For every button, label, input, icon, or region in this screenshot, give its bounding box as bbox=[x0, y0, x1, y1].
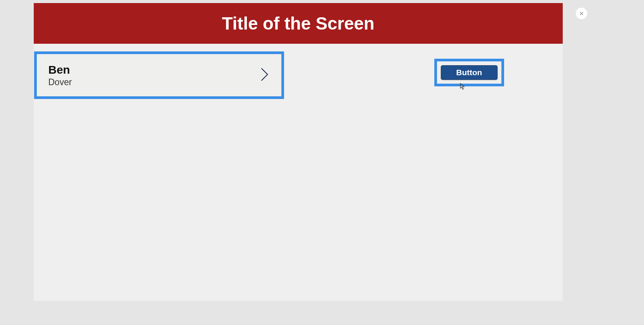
header-bar: Title of the Screen bbox=[34, 3, 563, 44]
item-secondary-text: Dover bbox=[48, 77, 72, 87]
item-primary-text: Ben bbox=[48, 63, 72, 76]
close-icon: × bbox=[579, 10, 584, 17]
button-highlight-frame: Button bbox=[434, 59, 504, 86]
item-card[interactable]: Ben Dover bbox=[34, 51, 284, 99]
content-row: Ben Dover Button bbox=[34, 44, 563, 99]
screen-title: Title of the Screen bbox=[222, 13, 375, 34]
item-text: Ben Dover bbox=[48, 63, 72, 87]
screen-panel: Title of the Screen Ben Dover Button bbox=[34, 3, 563, 301]
chevron-right-icon bbox=[260, 67, 270, 84]
action-button[interactable]: Button bbox=[441, 65, 498, 80]
close-button[interactable]: × bbox=[576, 8, 587, 19]
